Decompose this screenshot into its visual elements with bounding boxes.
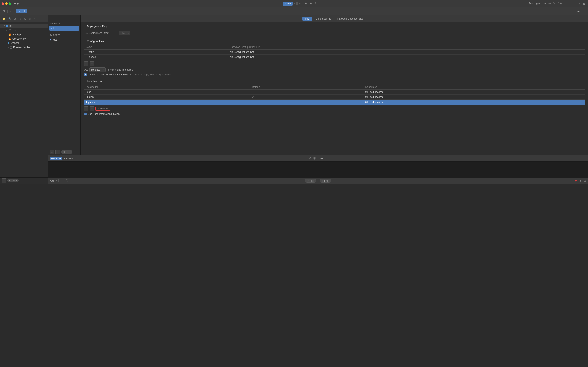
tab-title: test bbox=[287, 2, 291, 5]
col-default-header: Default bbox=[250, 85, 364, 90]
bottom-left-footer: Auto ▾ 👁 ⓘ ⊙ Filter bbox=[48, 178, 318, 184]
toolbar-right: ⇄ ☰ bbox=[576, 9, 586, 13]
sidebar-item-contentview[interactable]: 🔥 ContentView bbox=[0, 36, 48, 41]
editor-tab-label: test bbox=[21, 10, 25, 13]
executable-tab-button[interactable]: Executable bbox=[50, 157, 62, 160]
configurations-toggle-icon[interactable]: ▼ bbox=[84, 40, 86, 42]
loc-remove-button[interactable]: − bbox=[90, 106, 94, 111]
sidebar-filter-button[interactable]: ⊙ Filter bbox=[7, 179, 18, 183]
grid-view-icon[interactable]: ⊞ bbox=[579, 179, 582, 183]
use-config-select[interactable]: Debug Release bbox=[89, 67, 105, 72]
swift-icon-contentview: 🔥 bbox=[8, 37, 11, 40]
code-review-icon[interactable]: ⇄ bbox=[576, 9, 581, 13]
loc-controls: + − Set Default bbox=[84, 106, 585, 111]
info-panel: Info Build Settings Package Dependencies… bbox=[81, 15, 588, 155]
project-item-icon: ■ bbox=[51, 27, 52, 30]
delete-icon[interactable]: 🗑 bbox=[575, 179, 578, 183]
nav-back-button[interactable]: ‹ bbox=[9, 9, 12, 13]
loc-english-resources: 0 Files Localized bbox=[364, 95, 585, 100]
eye-icon[interactable]: 👁 bbox=[309, 156, 312, 160]
expand-arrow-icon: ▼ bbox=[3, 25, 5, 27]
project-panel-item-test[interactable]: ■ test bbox=[49, 26, 79, 31]
deployment-target-section: ▼ Deployment Target iOS Deployment Targe… bbox=[84, 25, 585, 36]
debug-nav-icon[interactable]: ⊙ bbox=[23, 17, 27, 21]
swift-icon-testapp: 🔥 bbox=[8, 33, 11, 36]
eye-footer-icon[interactable]: 👁 bbox=[61, 179, 64, 183]
bottom-left-content bbox=[48, 162, 318, 178]
editor-tab[interactable]: ■ test bbox=[16, 9, 27, 13]
localizations-section: ▼ Localizations Localization Default Res… bbox=[84, 80, 585, 115]
toolbar: ⊟ ‹ › ■ test ⇄ ☰ bbox=[0, 7, 588, 15]
bottom-right-panel: test ⊙ Filter 🗑 ⊞ ⊟ bbox=[318, 155, 588, 184]
checkmark-icon: ✓ bbox=[252, 96, 254, 99]
use-label: Use bbox=[84, 68, 88, 71]
minimize-button[interactable] bbox=[5, 2, 8, 5]
previews-tab-button[interactable]: Previews bbox=[63, 157, 74, 160]
maximize-button[interactable] bbox=[9, 2, 11, 5]
bottom-left-filter-button[interactable]: ⊙ Filter bbox=[305, 179, 316, 183]
active-tab[interactable]: ■ test bbox=[283, 2, 293, 6]
loc-row-japanese[interactable]: Japanese 0 Files Localized bbox=[84, 100, 585, 105]
info-footer-icon[interactable]: ⓘ bbox=[65, 179, 69, 183]
sidebar-item-preview-content[interactable]: › ▢ Preview Content bbox=[0, 45, 48, 49]
config-row-debug[interactable]: › Debug No Configurations Set bbox=[84, 50, 585, 55]
loc-row-english[interactable]: English ✓ 0 Files Localized bbox=[84, 95, 585, 100]
loc-base-name: Base bbox=[84, 90, 250, 95]
sidebar-item-test-folder[interactable]: ▼ ▢ test bbox=[0, 28, 48, 32]
release-expand-icon[interactable]: › bbox=[86, 56, 86, 58]
parallelize-checkbox[interactable] bbox=[84, 73, 86, 76]
nav-forward-button[interactable]: › bbox=[12, 9, 16, 13]
navigator-icon[interactable]: 📁 bbox=[2, 17, 6, 21]
close-button[interactable] bbox=[2, 2, 4, 5]
config-row-release[interactable]: › Release No Configurations Set bbox=[84, 55, 585, 60]
sidebar-add-button[interactable]: + bbox=[2, 178, 6, 183]
preview-folder-icon: ▢ bbox=[10, 46, 12, 49]
sidebar-toggle-icon[interactable]: ⊟ bbox=[2, 9, 6, 13]
nav-label: test bbox=[320, 157, 324, 160]
run-icon[interactable]: ▶ bbox=[17, 2, 19, 5]
sidebar-item-assets[interactable]: ⊞ Assets bbox=[0, 41, 48, 45]
warning-nav-icon[interactable]: ⚠ bbox=[13, 17, 17, 21]
config-add-button[interactable]: + bbox=[84, 61, 88, 66]
deployment-toggle-icon[interactable]: ▼ bbox=[84, 25, 86, 27]
configurations-title: Configurations bbox=[87, 40, 104, 43]
add-button[interactable]: + bbox=[578, 2, 581, 6]
stop-icon[interactable]: ⏹ bbox=[13, 2, 16, 5]
project-remove-button[interactable]: − bbox=[55, 150, 60, 154]
ios-deployment-select[interactable]: 15.0 16.0 17.0 17.2 17.4 bbox=[119, 31, 130, 35]
localizations-toggle-icon[interactable]: ▼ bbox=[84, 80, 86, 82]
target-item-test[interactable]: ■ test bbox=[48, 37, 80, 42]
project-add-button[interactable]: + bbox=[50, 150, 54, 154]
config-debug-name: Debug bbox=[87, 50, 94, 53]
sidebar-item-root-project[interactable]: ▼ ■ test bbox=[0, 24, 48, 28]
localizations-table: Localization Default Resources Base 0 Fi… bbox=[84, 85, 585, 105]
layout-button[interactable]: ⊞ bbox=[582, 2, 586, 6]
localizations-header: ▼ Localizations bbox=[84, 80, 585, 83]
use-base-label: Use Base Internationalization bbox=[88, 113, 120, 115]
list-view-icon[interactable]: ⊟ bbox=[583, 179, 586, 183]
project-item-label: test bbox=[53, 27, 57, 30]
package-deps-tab-button[interactable]: Package Dependencies bbox=[335, 17, 366, 21]
bottom-right-footer: ⊙ Filter 🗑 ⊞ ⊟ bbox=[318, 178, 588, 184]
config-remove-button[interactable]: − bbox=[90, 61, 94, 66]
set-default-button[interactable]: Set Default bbox=[95, 107, 111, 111]
info-tab-button[interactable]: Info bbox=[302, 17, 312, 21]
title-bar: ⏹ ▶ ■ test › ハッパパパパパ Running test on ハッパ… bbox=[0, 0, 588, 7]
assets-label: Assets bbox=[11, 42, 19, 44]
inspector-icon[interactable]: ☰ bbox=[582, 9, 586, 13]
info-icon-bottom[interactable]: ⓘ bbox=[313, 156, 316, 161]
report-nav-icon[interactable]: ≡ bbox=[33, 17, 36, 21]
sidebar-panel-icon[interactable]: ☰ bbox=[50, 16, 52, 20]
use-base-checkbox[interactable] bbox=[84, 113, 86, 115]
test-nav-icon[interactable]: ◇ bbox=[18, 17, 22, 21]
bottom-right-filter-button[interactable]: ⊙ Filter bbox=[320, 179, 331, 183]
search-nav-icon[interactable]: 🔍 bbox=[8, 17, 12, 21]
loc-add-button[interactable]: + bbox=[84, 106, 88, 111]
breakpoint-nav-icon[interactable]: ◉ bbox=[28, 17, 32, 21]
loc-row-base[interactable]: Base 0 Files Localized bbox=[84, 90, 585, 95]
sidebar-item-testApp[interactable]: 🔥 testApp bbox=[0, 32, 48, 36]
build-settings-tab-button[interactable]: Build Settings bbox=[313, 17, 334, 21]
project-filter-button[interactable]: ⊙ Filter bbox=[61, 150, 72, 154]
debug-expand-icon[interactable]: › bbox=[86, 51, 86, 53]
sidebar-footer: + ⊙ Filter bbox=[0, 177, 48, 184]
